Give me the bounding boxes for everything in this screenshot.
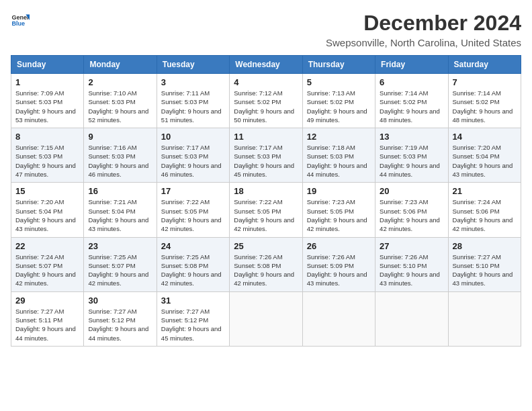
table-row: 20Sunrise: 7:23 AM Sunset: 5:06 PM Dayli… [375,183,448,237]
col-sunday: Sunday [11,56,84,74]
col-thursday: Thursday [302,56,375,74]
day-number: 12 [307,132,371,142]
day-info: Sunrise: 7:20 AM Sunset: 5:04 PM Dayligh… [15,197,79,233]
day-number: 1 [15,77,79,87]
day-info: Sunrise: 7:14 AM Sunset: 5:02 PM Dayligh… [380,89,443,124]
table-row: 22Sunrise: 7:24 AM Sunset: 5:07 PM Dayli… [11,237,84,291]
col-saturday: Saturday [448,56,521,74]
day-info: Sunrise: 7:25 AM Sunset: 5:08 PM Dayligh… [161,253,225,288]
col-friday: Friday [375,56,448,74]
table-row: 24Sunrise: 7:25 AM Sunset: 5:08 PM Dayli… [157,237,229,291]
table-row: 21Sunrise: 7:24 AM Sunset: 5:06 PM Dayli… [448,183,521,237]
day-info: Sunrise: 7:20 AM Sunset: 5:04 PM Dayligh… [453,143,517,179]
day-number: 19 [307,186,371,196]
day-info: Sunrise: 7:16 AM Sunset: 5:03 PM Dayligh… [88,143,152,179]
day-number: 15 [15,186,79,196]
day-number: 2 [88,77,152,87]
table-row: 27Sunrise: 7:26 AM Sunset: 5:10 PM Dayli… [375,237,448,291]
day-info: Sunrise: 7:19 AM Sunset: 5:03 PM Dayligh… [380,143,443,179]
logo-icon: General Blue [11,11,30,30]
page-title: December 2024 [326,11,521,36]
page-subtitle: Swepsonville, North Carolina, United Sta… [326,37,521,48]
day-info: Sunrise: 7:13 AM Sunset: 5:02 PM Dayligh… [307,89,371,124]
table-row: 31Sunrise: 7:27 AM Sunset: 5:12 PM Dayli… [157,291,229,346]
day-number: 27 [380,241,443,251]
day-number: 30 [88,295,152,306]
day-info: Sunrise: 7:09 AM Sunset: 5:03 PM Dayligh… [15,89,79,124]
col-wednesday: Wednesday [230,56,302,74]
calendar-week-2: 8Sunrise: 7:15 AM Sunset: 5:03 PM Daylig… [11,128,521,183]
table-row: 26Sunrise: 7:26 AM Sunset: 5:09 PM Dayli… [302,237,375,291]
day-number: 14 [453,132,517,142]
day-number: 21 [453,186,517,196]
day-info: Sunrise: 7:17 AM Sunset: 5:03 PM Dayligh… [234,143,298,179]
table-row [230,291,302,346]
day-number: 9 [88,132,152,142]
col-monday: Monday [84,56,157,74]
table-row: 13Sunrise: 7:19 AM Sunset: 5:03 PM Dayli… [375,128,448,183]
table-row [375,291,448,346]
day-info: Sunrise: 7:22 AM Sunset: 5:05 PM Dayligh… [234,197,298,233]
table-row: 11Sunrise: 7:17 AM Sunset: 5:03 PM Dayli… [230,128,302,183]
table-row: 14Sunrise: 7:20 AM Sunset: 5:04 PM Dayli… [448,128,521,183]
day-info: Sunrise: 7:26 AM Sunset: 5:09 PM Dayligh… [307,253,371,288]
day-number: 28 [453,241,517,251]
table-row: 2Sunrise: 7:10 AM Sunset: 5:03 PM Daylig… [84,74,157,128]
table-row: 25Sunrise: 7:26 AM Sunset: 5:08 PM Dayli… [230,237,302,291]
day-info: Sunrise: 7:18 AM Sunset: 5:03 PM Dayligh… [307,143,371,179]
table-row [448,291,521,346]
table-row: 18Sunrise: 7:22 AM Sunset: 5:05 PM Dayli… [230,183,302,237]
day-number: 7 [453,77,517,87]
day-info: Sunrise: 7:10 AM Sunset: 5:03 PM Dayligh… [88,89,152,124]
day-info: Sunrise: 7:17 AM Sunset: 5:03 PM Dayligh… [161,143,225,179]
calendar-week-1: 1Sunrise: 7:09 AM Sunset: 5:03 PM Daylig… [11,74,521,128]
day-number: 22 [15,241,79,251]
table-row: 7Sunrise: 7:14 AM Sunset: 5:02 PM Daylig… [448,74,521,128]
day-number: 18 [234,186,298,196]
day-info: Sunrise: 7:24 AM Sunset: 5:06 PM Dayligh… [453,197,517,233]
day-info: Sunrise: 7:27 AM Sunset: 5:12 PM Dayligh… [161,307,225,342]
day-info: Sunrise: 7:26 AM Sunset: 5:10 PM Dayligh… [380,253,443,288]
table-row: 3Sunrise: 7:11 AM Sunset: 5:03 PM Daylig… [157,74,229,128]
day-number: 17 [161,186,225,196]
table-row: 6Sunrise: 7:14 AM Sunset: 5:02 PM Daylig… [375,74,448,128]
table-row: 1Sunrise: 7:09 AM Sunset: 5:03 PM Daylig… [11,74,84,128]
day-info: Sunrise: 7:21 AM Sunset: 5:04 PM Dayligh… [88,197,152,233]
table-row: 12Sunrise: 7:18 AM Sunset: 5:03 PM Dayli… [302,128,375,183]
day-info: Sunrise: 7:25 AM Sunset: 5:07 PM Dayligh… [88,253,152,288]
table-row: 17Sunrise: 7:22 AM Sunset: 5:05 PM Dayli… [157,183,229,237]
table-row: 19Sunrise: 7:23 AM Sunset: 5:05 PM Dayli… [302,183,375,237]
table-row: 16Sunrise: 7:21 AM Sunset: 5:04 PM Dayli… [84,183,157,237]
svg-text:Blue: Blue [11,20,25,27]
calendar-week-4: 22Sunrise: 7:24 AM Sunset: 5:07 PM Dayli… [11,237,521,291]
day-number: 29 [15,295,79,306]
day-number: 20 [380,186,443,196]
day-info: Sunrise: 7:27 AM Sunset: 5:12 PM Dayligh… [88,307,152,342]
day-number: 10 [161,132,225,142]
day-info: Sunrise: 7:14 AM Sunset: 5:02 PM Dayligh… [453,89,517,124]
day-info: Sunrise: 7:24 AM Sunset: 5:07 PM Dayligh… [15,253,79,288]
calendar-header-row: Sunday Monday Tuesday Wednesday Thursday… [11,56,521,74]
day-number: 16 [88,186,152,196]
calendar-week-5: 29Sunrise: 7:27 AM Sunset: 5:11 PM Dayli… [11,291,521,346]
calendar-table: Sunday Monday Tuesday Wednesday Thursday… [11,55,521,347]
day-number: 8 [15,132,79,142]
calendar-week-3: 15Sunrise: 7:20 AM Sunset: 5:04 PM Dayli… [11,183,521,237]
day-number: 6 [380,77,443,87]
page-header: General Blue December 2024 Swepsonville,… [11,11,521,48]
day-number: 26 [307,241,371,251]
day-info: Sunrise: 7:22 AM Sunset: 5:05 PM Dayligh… [161,197,225,233]
table-row: 8Sunrise: 7:15 AM Sunset: 5:03 PM Daylig… [11,128,84,183]
day-number: 23 [88,241,152,251]
day-number: 5 [307,77,371,87]
day-number: 24 [161,241,225,251]
table-row: 5Sunrise: 7:13 AM Sunset: 5:02 PM Daylig… [302,74,375,128]
day-info: Sunrise: 7:27 AM Sunset: 5:10 PM Dayligh… [453,253,517,288]
day-info: Sunrise: 7:26 AM Sunset: 5:08 PM Dayligh… [234,253,298,288]
day-number: 3 [161,77,225,87]
table-row: 28Sunrise: 7:27 AM Sunset: 5:10 PM Dayli… [448,237,521,291]
day-info: Sunrise: 7:11 AM Sunset: 5:03 PM Dayligh… [161,89,225,124]
day-number: 13 [380,132,443,142]
day-info: Sunrise: 7:23 AM Sunset: 5:05 PM Dayligh… [307,197,371,233]
table-row: 9Sunrise: 7:16 AM Sunset: 5:03 PM Daylig… [84,128,157,183]
